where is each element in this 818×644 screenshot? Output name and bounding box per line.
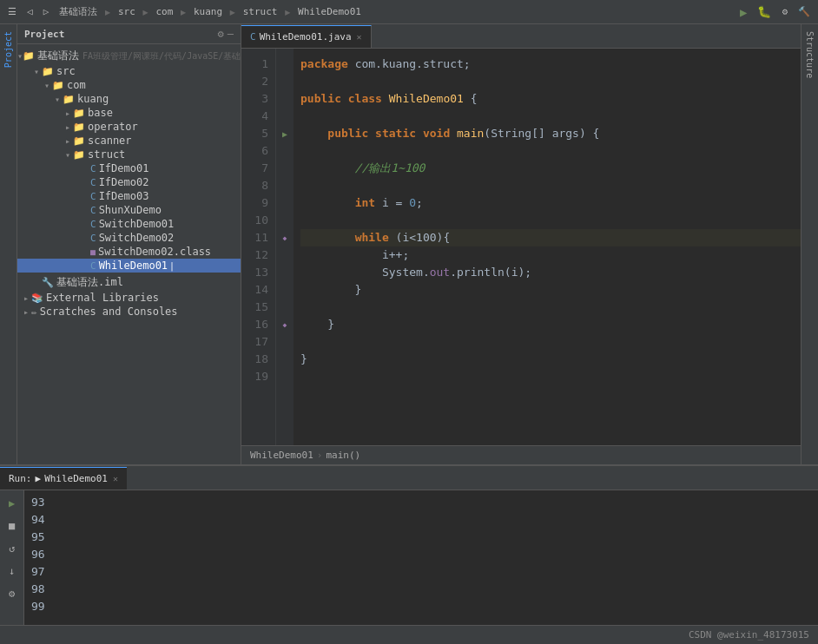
code-line-15 bbox=[300, 299, 801, 316]
tree-item-external-libs[interactable]: ▸ 📚 External Libraries bbox=[17, 291, 241, 305]
editor-tabs: C WhileDemo01.java ✕ bbox=[241, 24, 801, 49]
left-panel: Project Project ⚙ — ▾ 📁 基础语法 FA班级管理/网课班/… bbox=[0, 24, 241, 464]
toolbar-back-btn[interactable]: ◁ bbox=[23, 4, 37, 19]
run-tab-close[interactable]: ✕ bbox=[113, 474, 118, 483]
debug-button[interactable]: 🐛 bbox=[753, 3, 775, 20]
gutter-13 bbox=[276, 264, 294, 281]
structure-tab[interactable]: Structure bbox=[803, 24, 816, 85]
line-num-11: 11 bbox=[241, 229, 275, 246]
toolbar-item-2[interactable]: src bbox=[114, 4, 140, 19]
toolbar-item-4[interactable]: kuang bbox=[189, 4, 227, 19]
code-line-16: } bbox=[300, 316, 801, 333]
gutter-10 bbox=[276, 212, 294, 229]
tab-whiledemo01[interactable]: C WhileDemo01.java ✕ bbox=[241, 25, 372, 48]
tree-item-switchdemo02[interactable]: C SwitchDemo02 bbox=[17, 231, 241, 245]
code-line-4 bbox=[300, 108, 801, 125]
line-numbers: 1 2 3 4 5 6 7 8 9 10 11 12 13 14 15 16 1 bbox=[241, 49, 276, 445]
run-play-btn[interactable]: ▶ bbox=[3, 494, 22, 513]
project-tab-vertical[interactable]: Project bbox=[2, 24, 15, 75]
line-num-17: 17 bbox=[241, 333, 275, 351]
gutter-5[interactable]: ▶ bbox=[276, 125, 294, 142]
tree-item-ifdemo02[interactable]: C IfDemo02 bbox=[17, 175, 241, 189]
tree-item-ifdemo03[interactable]: C IfDemo03 bbox=[17, 189, 241, 203]
run-scroll-btn[interactable]: ↓ bbox=[3, 562, 22, 581]
tab-close-btn[interactable]: ✕ bbox=[357, 32, 362, 42]
status-bar: CSDN @weixin_48173015 bbox=[0, 625, 818, 644]
line-num-8: 8 bbox=[241, 177, 275, 194]
run-rerun-btn[interactable]: ↺ bbox=[3, 539, 22, 558]
toolbar-menu-btn[interactable]: ☰ bbox=[3, 4, 21, 19]
code-line-1: package com.kuang.struct; bbox=[300, 56, 801, 73]
gutter-9 bbox=[276, 194, 294, 212]
gutter-3 bbox=[276, 90, 294, 108]
run-tab-label: Run: bbox=[9, 473, 32, 484]
breadcrumb-whiledemo01: WhileDemo01 bbox=[250, 450, 313, 461]
code-content: 1 2 3 4 5 6 7 8 9 10 11 12 13 14 15 16 1 bbox=[241, 49, 801, 445]
toolbar-item-5[interactable]: struct bbox=[239, 4, 282, 19]
tree-item-iml[interactable]: 🔧 基础语法.iml bbox=[17, 274, 241, 291]
line-num-5: 5 bbox=[241, 125, 275, 142]
toolbar-item-6[interactable]: WhileDemo01 bbox=[294, 4, 366, 19]
tree-item-switchdemo02-class[interactable]: ■ SwitchDemo02.class bbox=[17, 245, 241, 259]
run-stop-btn[interactable]: ■ bbox=[3, 516, 22, 536]
tree-item-kuang[interactable]: ▾ 📁 kuang bbox=[17, 92, 241, 106]
code-line-2 bbox=[300, 73, 801, 90]
tree-item-base[interactable]: ▸ 📁 base bbox=[17, 106, 241, 120]
run-tab-icon: ▶ bbox=[36, 473, 42, 484]
struct-label: struct bbox=[88, 148, 125, 161]
gutter: ▶ ◆ ◆ bbox=[276, 49, 294, 445]
toolbar-item-1[interactable]: 基础语法 bbox=[55, 3, 102, 20]
code-line-3: public class WhileDemo01 { bbox=[300, 90, 801, 108]
run-panel: Run: ▶ WhileDemo01 ✕ ▶ ■ ↺ ↓ ⚙ 93 94 95 … bbox=[0, 464, 818, 625]
breadcrumb-main: main() bbox=[326, 450, 360, 461]
code-line-7: //输出1~100 bbox=[300, 160, 801, 177]
run-settings-btn[interactable]: ⚙ bbox=[3, 584, 22, 603]
main-area: Project Project ⚙ — ▾ 📁 基础语法 FA班级管理/网课班/… bbox=[0, 24, 818, 464]
panel-icons: ⚙ — bbox=[218, 28, 234, 40]
src-label: src bbox=[56, 65, 76, 77]
gutter-15 bbox=[276, 299, 294, 316]
tree-item-ifdemo01[interactable]: C IfDemo01 bbox=[17, 161, 241, 175]
run-tab-active[interactable]: Run: ▶ WhileDemo01 ✕ bbox=[0, 467, 127, 490]
tree-item-whiledemo01[interactable]: C WhileDemo01 | bbox=[17, 259, 241, 273]
tree-item-switchdemo01[interactable]: C SwitchDemo01 bbox=[17, 217, 241, 231]
iml-label: 基础语法.iml bbox=[56, 275, 123, 290]
gutter-18 bbox=[276, 351, 294, 368]
code-lines[interactable]: package com.kuang.struct; public class W… bbox=[294, 49, 801, 445]
output-line-99: 99 bbox=[31, 598, 811, 615]
tree-item-operator[interactable]: ▸ 📁 operator bbox=[17, 120, 241, 134]
run-gutter-icon-5[interactable]: ▶ bbox=[282, 129, 287, 139]
tree-item-root[interactable]: ▾ 📁 基础语法 FA班级管理/网课班/代码/JavaSE/基础... bbox=[17, 48, 241, 64]
gutter-7 bbox=[276, 160, 294, 177]
tree-item-com[interactable]: ▾ 📁 com bbox=[17, 78, 241, 92]
run-tabs: Run: ▶ WhileDemo01 ✕ bbox=[0, 466, 818, 490]
output-line-95: 95 bbox=[31, 529, 811, 546]
tree-item-struct[interactable]: ▾ 📁 struct bbox=[17, 148, 241, 161]
output-line-94: 94 bbox=[31, 511, 811, 529]
output-line-96: 96 bbox=[31, 546, 811, 563]
run-toolbar: ▶ ■ ↺ ↓ ⚙ bbox=[0, 490, 24, 625]
toolbar-extra-2[interactable]: 🔨 bbox=[794, 4, 815, 19]
toolbar-item-3[interactable]: com bbox=[151, 4, 177, 19]
line-num-15: 15 bbox=[241, 299, 275, 316]
code-line-11: while (i<100){ bbox=[300, 229, 801, 246]
gear-icon[interactable]: ⚙ bbox=[218, 28, 224, 40]
run-button[interactable]: ▶ bbox=[736, 3, 751, 21]
line-num-13: 13 bbox=[241, 264, 275, 281]
output-line-98: 98 bbox=[31, 581, 811, 598]
gutter-17 bbox=[276, 333, 294, 351]
code-line-19 bbox=[300, 368, 801, 385]
tree-item-scratches[interactable]: ▸ ✏ Scratches and Consoles bbox=[17, 305, 241, 319]
collapse-icon[interactable]: — bbox=[228, 28, 234, 40]
tree-item-scanner[interactable]: ▸ 📁 scanner bbox=[17, 134, 241, 148]
tree-item-src[interactable]: ▾ 📁 src bbox=[17, 64, 241, 78]
vertical-tabs: Project bbox=[0, 24, 17, 464]
toolbar-forward-btn[interactable]: ▷ bbox=[39, 4, 54, 19]
bookmark-icon-16: ◆ bbox=[283, 321, 287, 329]
toolbar-extra-1[interactable]: ⚙ bbox=[777, 4, 792, 19]
gutter-16: ◆ bbox=[276, 316, 294, 333]
gutter-19 bbox=[276, 368, 294, 385]
code-editor[interactable]: 1 2 3 4 5 6 7 8 9 10 11 12 13 14 15 16 1 bbox=[241, 49, 801, 464]
tree-item-shunxudemo[interactable]: C ShunXuDemo bbox=[17, 203, 241, 217]
code-line-17 bbox=[300, 333, 801, 351]
